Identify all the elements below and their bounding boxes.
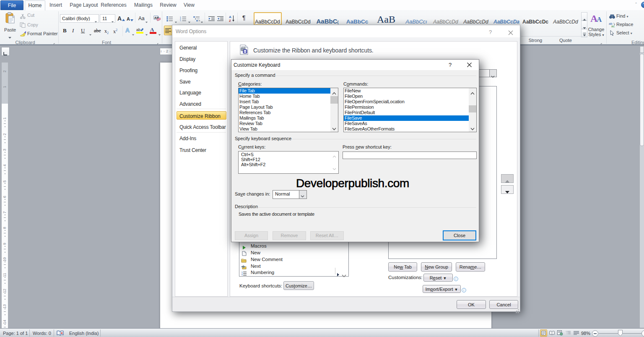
svg-text:3: 3: [242, 274, 243, 276]
svg-text:A: A: [150, 26, 154, 33]
svg-text:Z: Z: [229, 19, 231, 22]
svg-text:A: A: [597, 16, 602, 24]
svg-text:i: i: [463, 288, 464, 292]
svg-text:i: i: [455, 277, 456, 281]
svg-text:ab: ab: [136, 28, 140, 32]
svg-text:3: 3: [180, 20, 181, 22]
